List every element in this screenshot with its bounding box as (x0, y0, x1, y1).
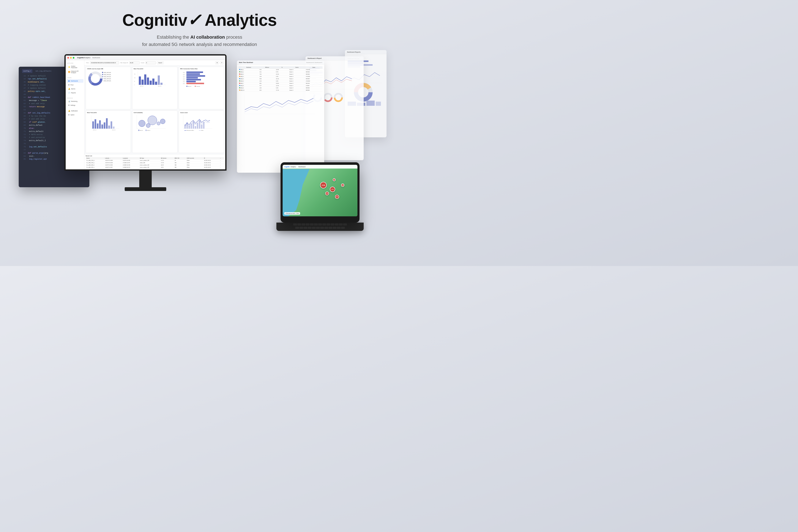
cell-actions: ··· (219, 162, 224, 164)
sidebar-item-notification[interactable]: 🔔 Notification (66, 109, 83, 113)
sidebar-label-dashboards: Dashboards (71, 80, 78, 82)
cell-ip: 10.253.142.54 (203, 164, 219, 166)
sidebar-item-alarms[interactable]: 🔔 Alarms (66, 87, 83, 91)
table-row[interactable]: GL_eNB_2225_1 -6.60174 24.697 4.43030 93… (86, 166, 224, 169)
key (297, 223, 301, 226)
svg-rect-19 (147, 77, 149, 85)
svg-point-68 (157, 122, 160, 125)
cell-ne-type: indoor_360 (139, 162, 160, 164)
cell-gnb: 22bist (186, 166, 203, 169)
ne-select[interactable] (129, 61, 140, 64)
sidebar-item-golden-param[interactable]: ⭐ Golden Parameter (66, 64, 83, 69)
code-tab-log[interactable]: set_log_defaults (34, 69, 53, 73)
key (300, 227, 303, 229)
time-label: Time (86, 62, 89, 63)
svg-rect-54 (99, 120, 101, 129)
key (328, 227, 332, 229)
col-lat: Latitude ↑↓ (104, 157, 122, 159)
panel-reports3-title: Dashboard Reports (347, 51, 361, 53)
table-row[interactable]: GL_eNB_2729_1 -6.00714 26.298 3.72083 10… (86, 162, 224, 164)
sidebar-item-option[interactable]: ⊟ Option (66, 113, 83, 117)
table-row[interactable]: GL_eNB_2729_0 -6.00774 24.394 2.92743 18… (86, 159, 224, 162)
app-logo: CognitivAnalytics (77, 57, 90, 59)
panel-report-header: Dashboard A Report (305, 56, 364, 60)
window-close-dot[interactable] (67, 57, 69, 59)
count-input[interactable] (146, 61, 156, 64)
col-ne-type: NE Type (139, 157, 160, 159)
mini-table-row: eNB_2 32.18.7%Sector 1NR3500 (239, 71, 323, 73)
panel-report-title: Dashboard A Report (308, 58, 322, 59)
key (320, 227, 324, 229)
svg-rect-20 (150, 81, 152, 85)
svg-rect-60 (113, 127, 114, 129)
svg-text:eNB_5: eNB_5 (183, 79, 186, 80)
svg-rect-4 (102, 72, 103, 73)
tablet-logo: Cognitiv (284, 166, 290, 168)
svg-rect-81 (195, 126, 196, 129)
sidebar-item-dashboards[interactable]: ▦ Dashboards (66, 79, 83, 83)
mini-table-row: eNB_7 88.123.8%Sector 3NR2100 (239, 82, 323, 84)
sidebar-item-monitoring[interactable]: 📊 Monitoring (66, 99, 83, 103)
chart-rrc-title: RRC Connection Failure Rate (180, 68, 223, 70)
panel-backhaul-header: Mute Time Backhaul Dashboard 8, Dashboar… (237, 60, 324, 64)
sidebar-item-network-kpi[interactable]: 📶 Network KPI Analysis (66, 70, 83, 74)
hero-section: Cognitiv✓ Analytics Establishing the AI … (122, 12, 277, 48)
key (335, 223, 339, 226)
col-backhaul: Backhaul (239, 66, 259, 69)
col-lon: Longitude (122, 157, 139, 159)
cell-ne-sect: n8.0 0 (160, 164, 174, 166)
key (341, 227, 345, 229)
mini-table-row: eNB_9 19.45.2%Sector 4NR3500 (239, 87, 323, 89)
settings-icon: ⚙ (68, 104, 70, 106)
svg-rect-58 (108, 126, 110, 129)
sidebar-item-pivot[interactable]: ⊞ Pivot (66, 83, 83, 87)
app-sidebar: EXPLORE ⭐ Golden Parameter 📶 Network KPI… (66, 60, 84, 169)
svg-text:eNB_2: eNB_2 (183, 74, 186, 75)
map-pin-4: 340 (325, 192, 329, 195)
svg-rect-79 (191, 124, 192, 129)
chart-rrc-body: eNB_1 eNB_2 eNB_3 eNB_4 eNB_5 eNB_6 eNB_… (180, 70, 223, 87)
app-titlebar: CognitivAnalytics Dashboards (66, 56, 225, 60)
date-range-input[interactable] (90, 61, 119, 64)
cell-lon: 2.92743 18.428 (122, 159, 139, 162)
key (314, 223, 318, 226)
logo-text: Cognitiv (77, 57, 84, 59)
app-main-content: Time NE Unique ID Count Search ⚙ ↻ (84, 60, 225, 169)
svg-rect-22 (155, 82, 157, 85)
col-sector-h: Sector (289, 66, 305, 69)
svg-rect-8 (102, 76, 103, 77)
sidebar-label-alarms: Alarms (71, 88, 75, 90)
sidebar-section-views: VIEWS (66, 76, 84, 79)
sidebar-label-notification: Notification (71, 110, 78, 112)
svg-text:eNB_215: eNB_215 (112, 130, 116, 131)
sidebar-item-reports[interactable]: 📄 Reports (66, 91, 83, 95)
window-maximize-dot[interactable] (73, 57, 74, 59)
cell-ip: 10.253.142.52 (203, 159, 219, 162)
cell-actions: ··· (219, 166, 224, 169)
cell-ne-type: macro_outdoor_360 (139, 164, 160, 166)
code-tab-config[interactable]: config.r (22, 69, 33, 73)
network-icon: 📶 (68, 71, 70, 73)
svg-rect-35 (186, 79, 201, 80)
window-minimize-dot[interactable] (70, 57, 72, 59)
cell-sector: GL_eNB_2729_1 (86, 162, 104, 164)
sidebar-label-network: Network KPI Analysis (71, 71, 82, 73)
table-row[interactable]: GL_eNB_2229_2 -6.00774 24.394 3.32093 18… (86, 164, 224, 166)
mini-table-row: eNB_3 78.421.2%Sector 2NR2600 (239, 73, 323, 75)
map-pin-2: 1.2K (330, 187, 335, 192)
cell-sector: GL_eNB_2729_0 (86, 159, 104, 162)
cell-ne-sect: n7.0 3 (160, 159, 174, 162)
sidebar-label-option: Option (71, 114, 74, 116)
svg-rect-21 (152, 79, 154, 85)
data-table: Sector Latitude ↑↓ Longitude NE Type NE … (86, 157, 224, 169)
hero-subtitle: Establishing the AI collaboration proces… (122, 34, 277, 48)
cell-ne-sect: n5.51 (160, 166, 174, 169)
sidebar-item-settings[interactable]: ⚙ Settings (66, 103, 83, 107)
chart-mute2-title: Mute Time [h/Air (87, 112, 130, 113)
settings-btn[interactable]: ⚙ (215, 61, 219, 64)
panel-backhaul-chart (239, 93, 323, 118)
svg-rect-18 (144, 74, 146, 85)
monitor-neck (139, 171, 152, 187)
search-button[interactable]: Search (157, 61, 164, 64)
refresh-btn[interactable]: ↻ (220, 61, 224, 64)
